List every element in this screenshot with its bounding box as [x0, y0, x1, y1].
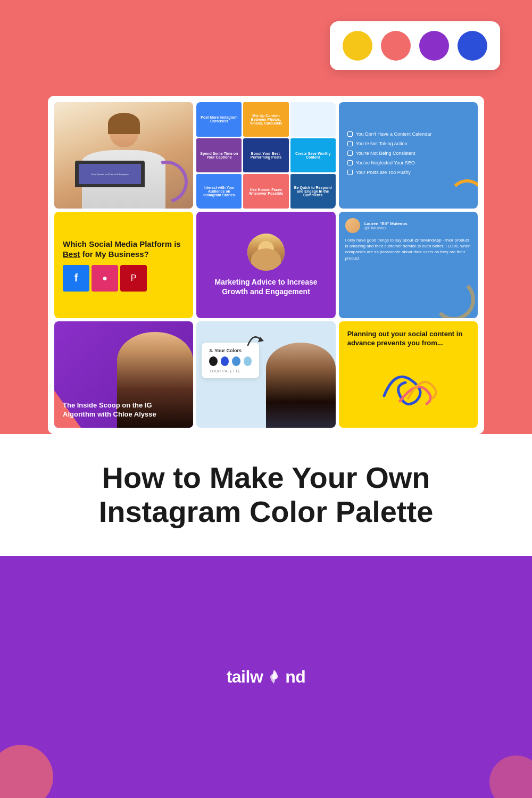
planning-title: Planning out your social content in adva… [347, 330, 469, 348]
checkbox [347, 170, 353, 175]
tailwind-brand-text: tailw [227, 667, 263, 687]
checklist-text: You're Not Being Consistent [356, 151, 415, 156]
author-handle: @EllMulenos [364, 226, 408, 230]
color-palette-card [330, 21, 500, 70]
purple-deco-left [0, 745, 53, 798]
grid-cell-colors: 3. Your Colors YOUR PALETTE [196, 321, 335, 428]
bottom-white-section: How to Make Your Own Instagram Color Pal… [0, 434, 532, 556]
dot-black [209, 356, 217, 366]
tip-box: Interact with Your Audience on Instagram… [196, 174, 242, 209]
tailwind-brand-suffix: nd [285, 667, 305, 687]
swirl-svg [373, 359, 443, 406]
gold-arc [448, 179, 478, 209]
woman-laptop-bg: Grow Smarter on Pinterest & Instagram [54, 102, 193, 209]
marketing-avatar [247, 234, 285, 271]
tip-box: Spend Some Time on Your Captions [196, 138, 242, 173]
checklist-text: You Don't Have a Content Calendar [356, 131, 431, 137]
purple-deco-right [489, 755, 532, 798]
pink-circle [381, 31, 411, 61]
checkbox [347, 131, 353, 137]
checklist-item: Your Posts are Too Pushy [347, 170, 411, 175]
grid-cell-marketing: Marketing Advice to Increase Growth and … [196, 212, 335, 318]
image-grid: Grow Smarter on Pinterest & Instagram Po… [48, 96, 484, 434]
tailwind-logo: tailw nd [227, 667, 306, 687]
checklist-item: You've Neglected Your SEO [347, 160, 415, 165]
arrow [245, 329, 267, 350]
main-title: How to Make Your Own Instagram Color Pal… [43, 461, 489, 529]
checklist-item: You're Not Taking Action [347, 141, 408, 146]
grid-cell-testimonial: Lauren "Ell" Mulenos @EllMulenos I only … [339, 212, 478, 318]
checklist-text: You've Neglected Your SEO [356, 160, 415, 165]
testimonial-author: Lauren "Ell" Mulenos @EllMulenos [364, 221, 408, 230]
yellow-circle [343, 31, 372, 61]
laptop-text: Grow Smarter on Pinterest & Instagram [91, 173, 128, 176]
person-silhouette-2 [266, 343, 336, 428]
social-thumbnails: f ● P [63, 265, 147, 292]
tip-box: Post More Instagram Carousels [196, 102, 242, 137]
grid-cell-planning: Planning out your social content in adva… [339, 321, 478, 428]
blue-circle [458, 31, 487, 61]
tip-box: Boost Your Best-Performing Posts [243, 138, 288, 173]
tips-grid: Post More Instagram Carousels Mix Up Con… [196, 102, 335, 209]
testimonial-avatar [345, 218, 360, 233]
grid-cell-tips: Post More Instagram Carousels Mix Up Con… [196, 102, 335, 209]
social-media-title: Which Social Media Platform is Best for … [63, 239, 185, 260]
gold-arc-2 [433, 278, 475, 318]
testimonial-body: I only have good things to say about @Ta… [345, 237, 471, 261]
swirl-container [347, 359, 469, 406]
grid-cell-checklist: You Don't Have a Content Calendar You're… [339, 102, 478, 209]
grid-cell-ig-algorithm: The Inside Scoop on the IG Algorithm wit… [54, 321, 193, 428]
tip-box-empty [290, 102, 336, 137]
dot-blue-mid [232, 356, 240, 366]
grid-cell-social-media: Which Social Media Platform is Best for … [54, 212, 193, 318]
top-section: Grow Smarter on Pinterest & Instagram Po… [0, 0, 532, 434]
ig-algorithm-title: The Inside Scoop on the IG Algorithm wit… [63, 401, 185, 419]
checkbox [347, 160, 353, 165]
testimonial-header: Lauren "Ell" Mulenos @EllMulenos [345, 218, 408, 233]
checklist-item: You're Not Being Consistent [347, 151, 415, 156]
tip-box: Be Quick to Respond and Engage in the Co… [290, 174, 336, 209]
author-name: Lauren "Ell" Mulenos [364, 221, 408, 226]
grid-cell-woman-laptop: Grow Smarter on Pinterest & Instagram [54, 102, 193, 209]
color-dots [209, 356, 252, 366]
checklist-text: Your Posts are Too Pushy [356, 170, 411, 175]
marketing-advice-title: Marketing Advice to Increase Growth and … [207, 277, 325, 296]
checklist-text: You're Not Taking Action [356, 141, 408, 146]
dot-blue-dark [221, 356, 229, 366]
tip-box: Create Save-Worthy Content [290, 138, 336, 173]
bottom-purple-section: tailw nd [0, 556, 532, 798]
checkbox [347, 141, 353, 146]
tip-box: Use Human Faces Whenever Possible [243, 174, 288, 209]
grid-container: Grow Smarter on Pinterest & Instagram Po… [54, 102, 478, 428]
checkbox [347, 151, 353, 156]
palette-label: YOUR PALETTE [209, 369, 252, 373]
tip-box: Mix Up Content Between Photos, Videos, C… [243, 102, 288, 137]
tailwind-logo-icon [265, 668, 283, 686]
checklist-item: You Don't Have a Content Calendar [347, 131, 431, 137]
dot-blue-light [244, 356, 252, 366]
purple-circle [419, 31, 449, 61]
